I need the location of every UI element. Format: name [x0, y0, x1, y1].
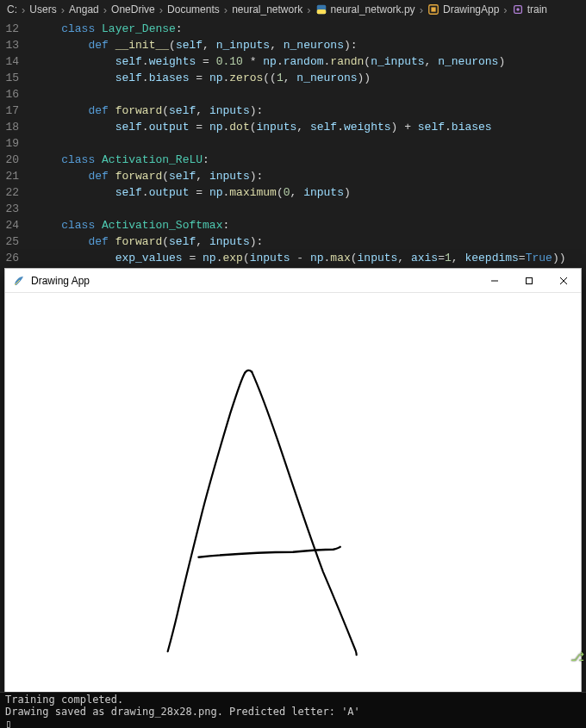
code-line[interactable]: 12 class Layer_Dense: — [0, 21, 586, 37]
code-line[interactable]: 23 — [0, 201, 586, 217]
code-content: exp_values = np.exp(inputs - np.max(inpu… — [34, 250, 565, 266]
line-number: 25 — [0, 233, 34, 250]
code-content: def forward(self, inputs): — [34, 103, 263, 119]
line-number: 23 — [0, 201, 34, 217]
code-line[interactable]: 13 def __init__(self, n_inputs, n_neuron… — [0, 37, 586, 53]
line-number: 20 — [0, 152, 34, 168]
class-icon — [427, 3, 440, 16]
drawn-letter-a — [5, 293, 581, 696]
line-number: 18 — [0, 119, 34, 135]
svg-rect-1 — [316, 9, 326, 14]
line-number: 16 — [0, 86, 34, 103]
line-number: 15 — [0, 70, 34, 86]
edge-decoration: ⎇ — [570, 650, 584, 664]
code-content: class Activation_Softmax: — [34, 217, 229, 233]
code-line[interactable]: 19 — [0, 135, 586, 152]
svg-point-5 — [516, 8, 520, 11]
breadcrumb-item[interactable]: DrawingApp — [427, 3, 499, 16]
code-line[interactable]: 25 def forward(self, inputs): — [0, 233, 586, 250]
code-content: self.output = np.dot(inputs, self.weight… — [34, 119, 492, 135]
code-line[interactable]: 26 exp_values = np.exp(inputs - np.max(i… — [0, 250, 586, 266]
terminal-line: Drawing saved as drawing_28x28.png. Pred… — [5, 706, 581, 718]
code-line[interactable]: 21 def forward(self, inputs): — [0, 168, 586, 184]
breadcrumb-item[interactable]: OneDrive — [111, 3, 155, 16]
line-number: 24 — [0, 217, 34, 233]
terminal-line: Training completed. — [5, 694, 581, 706]
window-title: Drawing App — [31, 275, 477, 287]
code-line[interactable]: 20 class Activation_ReLU: — [0, 152, 586, 168]
code-line[interactable]: 18 self.output = np.dot(inputs, self.wei… — [0, 119, 586, 135]
breadcrumb-item[interactable]: train — [512, 3, 547, 16]
line-number: 14 — [0, 53, 34, 70]
chevron-right-icon: › — [61, 3, 65, 16]
code-content: def forward(self, inputs): — [34, 233, 263, 250]
chevron-right-icon: › — [22, 3, 25, 16]
drawing-app-window: Drawing App Clear Save and Predict — [4, 268, 582, 723]
breadcrumb-item[interactable]: Documents — [167, 3, 220, 16]
chevron-right-icon: › — [159, 3, 163, 16]
line-number: 19 — [0, 135, 34, 152]
code-content: def forward(self, inputs): — [34, 168, 263, 184]
code-line[interactable]: 15 self.biases = np.zeros((1, n_neurons)… — [0, 70, 586, 86]
code-content: def __init__(self, n_inputs, n_neurons): — [34, 37, 358, 53]
breadcrumb-item[interactable]: Angad — [69, 3, 99, 16]
line-number: 21 — [0, 168, 34, 184]
line-number: 12 — [0, 21, 34, 37]
code-content: self.output = np.maximum(0, inputs) — [34, 184, 351, 201]
line-number: 13 — [0, 37, 34, 53]
chevron-right-icon: › — [307, 3, 310, 16]
chevron-right-icon: › — [224, 3, 228, 16]
svg-rect-7 — [527, 278, 533, 284]
code-content: self.biases = np.zeros((1, n_neurons)) — [34, 70, 371, 86]
code-line[interactable]: 16 — [0, 86, 586, 103]
breadcrumb-item[interactable]: neural_network — [232, 3, 302, 16]
line-number: 26 — [0, 250, 34, 266]
method-icon — [512, 3, 524, 16]
line-number: 22 — [0, 184, 34, 201]
python-file-icon — [315, 3, 327, 16]
chevron-right-icon: › — [103, 3, 107, 16]
code-content: self.weights = 0.10 * np.random.randn(n_… — [34, 53, 505, 70]
svg-rect-3 — [431, 7, 435, 11]
code-line[interactable]: 24 class Activation_Softmax: — [0, 217, 586, 233]
line-number: 17 — [0, 103, 34, 119]
chevron-right-icon: › — [420, 3, 423, 16]
feather-icon — [12, 274, 26, 288]
titlebar[interactable]: Drawing App — [5, 269, 581, 293]
code-content: class Activation_ReLU: — [34, 152, 209, 168]
breadcrumb: C:›Users›Angad›OneDrive›Documents›neural… — [0, 0, 586, 19]
close-button[interactable] — [546, 269, 581, 293]
code-line[interactable]: 22 self.output = np.maximum(0, inputs) — [0, 184, 586, 201]
chevron-right-icon: › — [503, 3, 507, 16]
code-line[interactable]: 14 self.weights = 0.10 * np.random.randn… — [0, 53, 586, 70]
code-line[interactable]: 17 def forward(self, inputs): — [0, 103, 586, 119]
breadcrumb-item[interactable]: Users — [29, 3, 56, 16]
code-content: class Layer_Dense: — [34, 21, 183, 37]
maximize-button[interactable] — [512, 269, 546, 293]
breadcrumb-item[interactable]: C: — [7, 3, 17, 16]
terminal-output[interactable]: Training completed. Drawing saved as dra… — [0, 692, 586, 728]
breadcrumb-item[interactable]: neural_network.py — [315, 3, 415, 16]
code-editor[interactable]: 12 class Layer_Dense:13 def __init__(sel… — [0, 19, 586, 266]
drawing-canvas[interactable] — [5, 293, 581, 696]
minimize-button[interactable] — [477, 269, 512, 293]
terminal-cursor: ▯ — [5, 718, 581, 728]
